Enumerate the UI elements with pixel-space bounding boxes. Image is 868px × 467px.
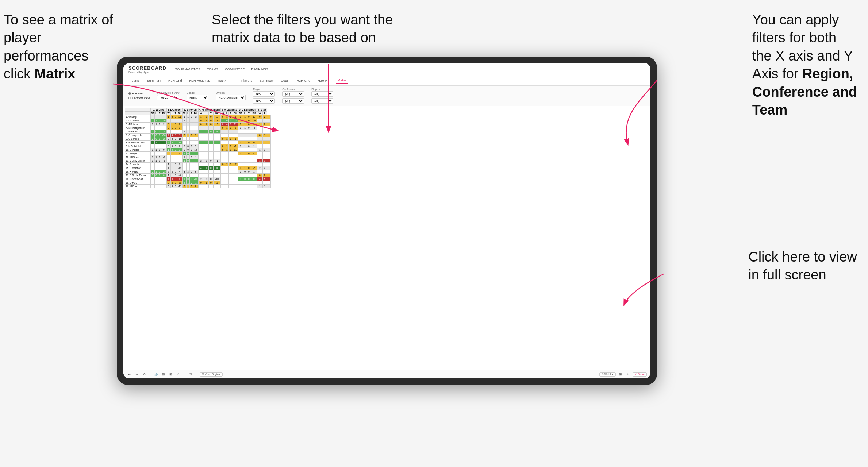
matrix-cell-dif: -11 (177, 185, 182, 188)
matrix-cell-l: 2 (170, 170, 174, 174)
toolbar-expand[interactable]: ⤡ (625, 372, 630, 377)
matrix-cell-t: 0 (247, 144, 251, 148)
toolbar-fit[interactable]: ⤢ (176, 372, 181, 377)
matrix-cell-w: 1 (183, 177, 187, 181)
toolbar-plus[interactable]: ⊞ (168, 372, 173, 377)
matrix-cell (151, 152, 155, 155)
subnav-players[interactable]: Players (240, 78, 254, 83)
matrix-cell-w: 1 (183, 152, 187, 155)
subnav-matrix[interactable]: Matrix (216, 78, 228, 83)
full-view-radio-button[interactable] (128, 92, 131, 95)
matrix-cell (243, 155, 247, 159)
nav-tournaments[interactable]: TOURNAMENTS (175, 67, 200, 72)
nav-teams[interactable]: TEAMS (207, 67, 218, 72)
subnav-players-detail[interactable]: Detail (280, 78, 291, 83)
matrix-cell (257, 155, 262, 159)
matrix-cell-dif: 1 (161, 141, 166, 144)
toolbar-undo2[interactable]: ⟲ (142, 372, 147, 377)
toolbar-grid[interactable]: ⊞ (618, 372, 623, 377)
matrix-cell (170, 130, 174, 134)
gender-select[interactable]: Men's (187, 95, 208, 100)
matrix-cell-l: 2 (204, 177, 209, 181)
watch-button[interactable]: ⊙ Watch ▾ (599, 372, 616, 377)
conference-select-y[interactable]: (All) (282, 98, 304, 104)
nav-committee[interactable]: COMMITTEE (225, 67, 245, 72)
matrix-cell (243, 185, 247, 188)
matrix-cell (233, 174, 238, 177)
matrix-cell-l: 1 (170, 123, 174, 126)
matrix-cell (225, 185, 229, 188)
matrix-cell (193, 126, 198, 130)
matrix-cell (262, 163, 267, 166)
matrix-cell-dif: -19 (177, 166, 182, 170)
matrix-cell (204, 126, 209, 130)
matrix-cell (155, 181, 158, 185)
toolbar-minus[interactable]: ⊟ (161, 372, 166, 377)
player-name-cell: 14. J Lundin (125, 163, 151, 166)
compact-view-radio[interactable]: Compact View (128, 96, 150, 100)
matrix-cell-l: 0 (187, 148, 190, 152)
matrix-cell-l: 0 (243, 170, 247, 174)
matrix-cell-t: 0 (229, 126, 233, 130)
matrix-cell (269, 155, 270, 159)
matrix-cell-l: 1 (225, 126, 229, 130)
share-button[interactable]: ⤢ Share (633, 372, 647, 377)
matrix-cell (247, 181, 251, 185)
sh-l1: L (155, 112, 158, 115)
matrix-cell (198, 144, 204, 148)
subnav-players-matrix[interactable]: Matrix (336, 78, 348, 84)
matrix-cell-w: 2 (151, 137, 155, 141)
matrix-cell (220, 181, 225, 185)
max-players-select[interactable]: Top 25 (157, 95, 179, 100)
matrix-cell-dif: 0 (193, 130, 198, 134)
matrix-cell (198, 152, 204, 155)
region-select-x[interactable]: N/A (253, 91, 275, 97)
full-view-label: Full View (132, 92, 143, 95)
toolbar-redo[interactable]: ↪ (134, 372, 139, 377)
toolbar-link[interactable]: 🔗 (154, 372, 159, 377)
players-select-x[interactable]: (All) (311, 91, 333, 97)
toolbar-sep3 (196, 372, 196, 377)
matrix-cell (247, 130, 251, 134)
toolbar-undo[interactable]: ↩ (127, 372, 132, 377)
full-view-radio[interactable]: Full View (128, 92, 150, 95)
matrix-cell (177, 155, 182, 159)
region-select-y[interactable]: N/A (253, 98, 275, 104)
conference-select-x[interactable]: (All) (282, 91, 304, 97)
matrix-cell-w: 1 (166, 177, 170, 181)
col-header-4: 4. M Thorbjornsen (198, 108, 220, 112)
matrix-cell-t: 0 (229, 115, 233, 119)
matrix-cell-w: 2 (198, 159, 204, 163)
subnav-h2h-grid[interactable]: H2H Grid (167, 78, 184, 83)
matrix-cell-w: 1 (166, 115, 170, 119)
division-select[interactable]: NCAA Division I (216, 95, 246, 100)
players-select-y[interactable]: (All) (311, 98, 333, 104)
view-original-button[interactable]: ⊞ View: Original (200, 372, 223, 377)
subnav-players-summary[interactable]: Summary (258, 78, 275, 83)
main-nav: TOURNAMENTS TEAMS COMMITTEE RANKINGS (175, 67, 268, 72)
toolbar-clock[interactable]: ⏱ (188, 372, 193, 377)
matrix-cell (220, 130, 225, 134)
matrix-cell-dif: -25 (161, 170, 166, 174)
matrix-cell-dif: 0 (193, 119, 198, 123)
matrix-cell (262, 170, 267, 174)
matrix-cell-dif (269, 115, 270, 119)
subnav-h2h-heatmap[interactable]: H2H Heatmap (188, 78, 212, 83)
matrix-cell (161, 144, 166, 148)
matrix-cell-dif: 1 (177, 134, 182, 137)
matrix-cell-t: 0 (158, 119, 161, 123)
matrix-cell-t: 0 (190, 148, 193, 152)
subnav-summary[interactable]: Summary (146, 78, 163, 83)
matrix-cell-w: 1 (151, 155, 155, 159)
subnav-players-h2h-grid[interactable]: H2H Grid (295, 78, 312, 83)
subnav-players-h2h-h[interactable]: H2H H... (316, 78, 332, 83)
matrix-cell-w: 1 (238, 144, 243, 148)
compact-view-radio-button[interactable] (128, 97, 131, 99)
nav-rankings[interactable]: RANKINGS (251, 67, 268, 72)
sh-t3: T (190, 112, 193, 115)
matrix-cell-dif (269, 134, 270, 137)
matrix-cell (269, 181, 270, 185)
matrix-container[interactable]: 1. W Ding 2. L Clanton 3. J Koivun 4. M … (123, 106, 650, 370)
matrix-cell (213, 144, 220, 148)
subnav-teams[interactable]: Teams (128, 78, 141, 83)
